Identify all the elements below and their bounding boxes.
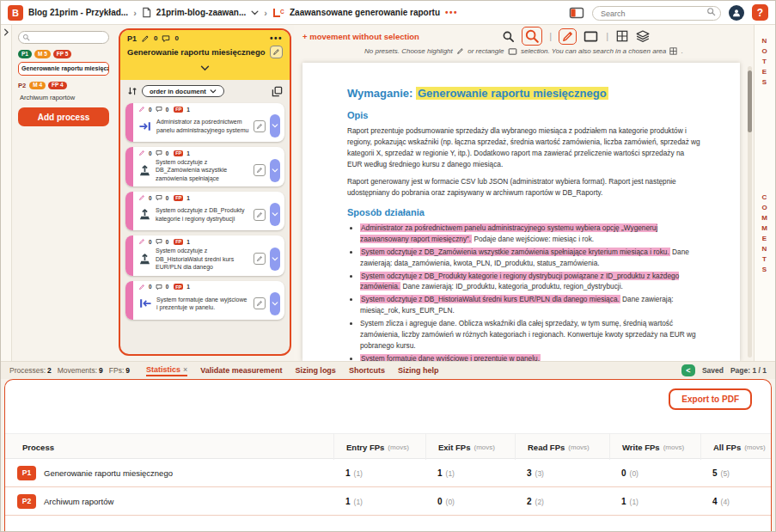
expand-movement-button[interactable] bbox=[270, 203, 280, 226]
fp-chip: FP bbox=[174, 107, 183, 113]
pen-icon bbox=[138, 238, 145, 245]
close-icon[interactable]: × bbox=[183, 365, 187, 374]
comment-count: 0 bbox=[166, 195, 169, 201]
write-fps-cell: 1(1) bbox=[609, 497, 700, 506]
comment-icon bbox=[156, 106, 162, 113]
movement-card[interactable]: 0 0 FP1 System odczytuje z DB_Zamówienia… bbox=[125, 147, 284, 187]
sidebar-item-process-1[interactable]: Generowanie raportu miesięcznego bbox=[18, 62, 109, 76]
read-icon bbox=[138, 253, 151, 266]
sidebar-collapse-strip bbox=[1, 25, 12, 361]
movement-card[interactable]: 0 0 FP1 System odczytuje z DB_Produkty k… bbox=[125, 192, 284, 230]
logo-button[interactable]: B bbox=[8, 5, 23, 21]
bullet-text: System zlicza i agreguje dane. Oblicza w… bbox=[360, 319, 696, 350]
edit-movement-button[interactable] bbox=[254, 209, 266, 221]
edit-movement-button[interactable] bbox=[254, 253, 266, 265]
all-fps-cell: 5(5) bbox=[700, 468, 771, 478]
movement-card[interactable]: 0 0 FP1 System formatuje dane wyjściowe … bbox=[125, 281, 284, 320]
edit-movement-button[interactable] bbox=[254, 164, 266, 176]
title-highlight[interactable]: Generowanie raportu miesięcznego bbox=[416, 87, 608, 100]
tool-search-button[interactable] bbox=[502, 30, 515, 43]
help-button[interactable]: ? bbox=[752, 4, 768, 21]
fp-count: 1 bbox=[186, 239, 190, 245]
document-scrollbar[interactable] bbox=[748, 66, 752, 358]
main-area: P1 M 5 FP 5 Generowanie raportu miesięcz… bbox=[1, 25, 775, 361]
tool-layers-button[interactable] bbox=[636, 30, 650, 42]
collapse-process-button[interactable] bbox=[127, 58, 283, 78]
tool-grid-button[interactable] bbox=[616, 30, 628, 42]
sort-order-dropdown[interactable]: order in document bbox=[142, 85, 224, 97]
panel-toggle-icon[interactable] bbox=[569, 7, 584, 19]
process-1-badges: P1 M 5 FP 5 bbox=[18, 50, 109, 58]
comment-count: 0 bbox=[166, 107, 169, 113]
movement-highlight[interactable]: System odczytuje z DB_Zamówienia wszystk… bbox=[360, 248, 670, 256]
pen-count: 0 bbox=[149, 284, 152, 290]
breadcrumb-item-requirement[interactable]: Zaawansowane generowanie raportu bbox=[290, 8, 440, 17]
collapse-panel-button[interactable]: < bbox=[681, 364, 695, 376]
breadcrumb-menu-dots[interactable]: ••• bbox=[445, 8, 458, 17]
add-process-button[interactable]: Add process bbox=[18, 107, 109, 126]
table-row: P2Archiwum raportów 1(1) 0(0) 2(2) 1(1) … bbox=[5, 487, 771, 516]
movement-highlight[interactable]: System odczytuje z DB_HistoriaWalut śred… bbox=[360, 295, 620, 303]
avatar-button[interactable] bbox=[729, 5, 744, 21]
column-header-write: Write FPs(movs) bbox=[609, 434, 700, 460]
chevron-down-icon[interactable] bbox=[251, 10, 259, 15]
copy-button[interactable] bbox=[272, 86, 283, 97]
tab-statistics[interactable]: Statistics× bbox=[146, 365, 187, 376]
tool-highlight-button[interactable] bbox=[559, 29, 576, 44]
comment-count: 0 bbox=[166, 150, 169, 156]
movement-highlight[interactable]: System formatuje dane wyjściowe i prezen… bbox=[360, 354, 541, 361]
doc-bullet: System formatuje dane wyjściowe i prezen… bbox=[360, 353, 700, 361]
tool-area-search-button[interactable] bbox=[522, 28, 541, 45]
requirement-title: Wymaganie: Generowanie raportu miesięczn… bbox=[347, 87, 700, 100]
movements-badge: M 5 bbox=[34, 50, 51, 58]
fp-count: 1 bbox=[186, 284, 190, 290]
process-name: Archiwum raportów bbox=[44, 497, 113, 506]
movement-card[interactable]: 0 0 FP1 Administrator za pośrednictwem p… bbox=[125, 103, 284, 142]
tab-sizing-logs[interactable]: Sizing logs bbox=[295, 366, 336, 375]
sidebar-item-process-2[interactable]: Archiwum raportów bbox=[18, 93, 109, 107]
search-icon bbox=[22, 34, 30, 41]
edit-process-button[interactable] bbox=[270, 46, 283, 58]
tab-shortcuts[interactable]: Shortcuts bbox=[349, 366, 385, 375]
expand-movement-button[interactable] bbox=[270, 292, 280, 315]
entry-fps-cell: 1(1) bbox=[333, 497, 425, 506]
expand-movement-button[interactable] bbox=[270, 159, 280, 182]
rectangle-icon bbox=[508, 48, 517, 55]
toolbar-divider: | bbox=[606, 31, 608, 41]
breadcrumb-item-project[interactable]: Blog 21prim - Przykład... bbox=[28, 8, 128, 17]
export-pdf-button[interactable]: Export to PDF bbox=[669, 388, 752, 410]
breadcrumb-item-document[interactable]: 21prim-blog-zaawan... bbox=[156, 8, 246, 17]
edit-movement-button[interactable] bbox=[254, 297, 266, 309]
notes-tab[interactable]: NOTES bbox=[761, 37, 768, 89]
comments-tab[interactable]: COMMENTS bbox=[761, 193, 768, 276]
sidebar-search-input[interactable] bbox=[18, 31, 109, 44]
doc-bullet: System odczytuje z DB_HistoriaWalut śred… bbox=[360, 294, 700, 316]
movement-card[interactable]: 0 0 FP1 System odczytuje z DB_HistoriaWa… bbox=[125, 235, 284, 275]
process-sidebar: P1 M 5 FP 5 Generowanie raportu miesięcz… bbox=[12, 25, 115, 361]
tab-sizing-help[interactable]: Sizing help bbox=[398, 366, 439, 375]
scrollbar-thumb[interactable] bbox=[748, 70, 752, 132]
expand-movement-button[interactable] bbox=[270, 114, 280, 138]
highlight-color-bar bbox=[125, 281, 133, 320]
highlight-color-bar bbox=[125, 192, 133, 230]
top-bar: B Blog 21prim - Przykład... › 21prim-blo… bbox=[1, 1, 775, 25]
process-badge: P1 bbox=[17, 466, 36, 480]
process-menu-dots[interactable]: ••• bbox=[270, 34, 283, 43]
column-header-all: All FPs(movs) bbox=[700, 434, 771, 460]
process-id-label: P2 bbox=[18, 82, 26, 89]
fp-chip: FP bbox=[174, 239, 183, 245]
tab-validate-measurement[interactable]: Validate measurement bbox=[200, 366, 282, 375]
tool-rectangle-button[interactable] bbox=[584, 31, 598, 42]
process-id-badge: P1 bbox=[18, 50, 32, 58]
expand-movement-button[interactable] bbox=[270, 248, 280, 271]
process-badge: P2 bbox=[17, 494, 36, 509]
statistics-panel: Export to PDF Process Entry FPs(movs) Ex… bbox=[4, 379, 772, 532]
add-movement-button[interactable]: + movement without selection bbox=[302, 32, 419, 41]
exit-fps-cell: 0(0) bbox=[425, 497, 515, 506]
collapse-chevron-icon[interactable] bbox=[3, 28, 9, 36]
edit-movement-button[interactable] bbox=[254, 120, 266, 132]
comment-icon bbox=[156, 284, 162, 290]
pen-icon bbox=[256, 167, 263, 174]
pen-icon bbox=[138, 150, 145, 156]
search-input[interactable] bbox=[592, 6, 721, 21]
